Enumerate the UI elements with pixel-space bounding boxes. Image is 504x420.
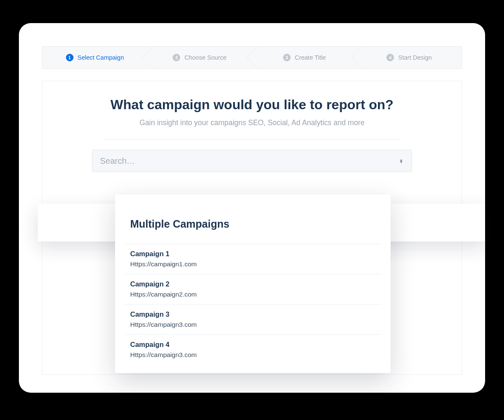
search-input[interactable]: [100, 156, 398, 166]
step-number: 1: [66, 54, 74, 61]
campaign-url: Https://campaign3.com: [130, 351, 375, 359]
step-start-design[interactable]: 4 Start Design: [357, 47, 462, 68]
step-choose-source[interactable]: 2 Choose Source: [147, 47, 252, 68]
step-label: Choose Source: [184, 54, 226, 61]
page-subtitle: Gain insight into your campaigns SEO, So…: [89, 118, 415, 127]
step-number: 4: [386, 54, 394, 61]
wizard-stepper: 1 Select Campaign 2 Choose Source 3 Crea…: [42, 46, 462, 69]
campaign-name: Campaign 4: [130, 341, 375, 349]
chevron-up-down-icon[interactable]: ▲▼: [398, 159, 404, 163]
campaign-url: Https://campaign3.com: [130, 321, 375, 328]
step-label: Create Title: [295, 54, 326, 61]
step-number: 2: [173, 54, 180, 61]
campaign-name: Campaign 2: [130, 280, 375, 288]
step-label: Start Design: [398, 54, 432, 61]
step-label: Select Campaign: [78, 54, 124, 61]
step-select-campaign[interactable]: 1 Select Campaign: [42, 47, 147, 68]
dropdown-heading: Multiple Campaigns: [115, 194, 391, 244]
campaign-search-field[interactable]: ▲▼: [92, 150, 412, 172]
campaign-option[interactable]: Campaign 3 Https://campaign3.com: [124, 304, 381, 334]
step-number: 3: [283, 54, 291, 61]
campaign-option[interactable]: Campaign 4 Https://campaign3.com: [124, 334, 381, 365]
campaign-name: Campaign 3: [130, 310, 375, 318]
campaign-option[interactable]: Campaign 2 Https://campaign2.com: [124, 274, 381, 304]
campaign-dropdown: Multiple Campaigns Campaign 1 Https://ca…: [115, 194, 391, 373]
divider: [105, 139, 399, 139]
page-title: What campaign would you like to report o…: [89, 97, 415, 113]
step-create-title[interactable]: 3 Create Title: [252, 47, 357, 68]
campaign-url: Https://campaign2.com: [130, 291, 375, 298]
campaign-name: Campaign 1: [130, 250, 375, 258]
campaign-url: Https://campaign1.com: [130, 260, 375, 268]
campaign-option[interactable]: Campaign 1 Https://campaign1.com: [124, 244, 381, 274]
main-card: 1 Select Campaign 2 Choose Source 3 Crea…: [19, 23, 485, 393]
